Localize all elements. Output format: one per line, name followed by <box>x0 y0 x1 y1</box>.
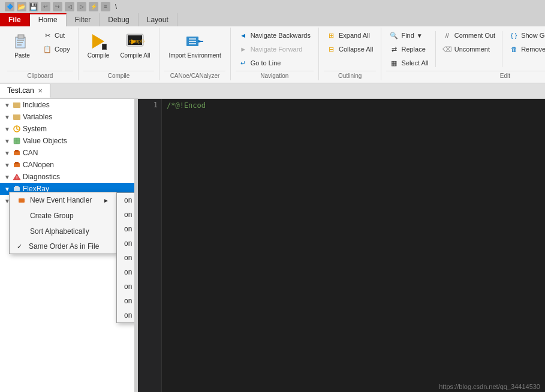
ribbon: File Home Filter Debug Layout <box>0 13 545 83</box>
ctx-new-event-handler[interactable]: New Event Handler ► on frFrame <newFrame… <box>10 192 116 208</box>
forward-nav-icon[interactable]: ▷ <box>77 2 86 11</box>
back-nav-icon[interactable]: ◁ <box>65 2 74 11</box>
copy-button[interactable]: 📋 Copy <box>40 43 73 56</box>
clipboard-label: Clipboard <box>7 71 73 79</box>
svg-rect-2 <box>17 40 24 41</box>
navigate-forward-button[interactable]: ► Navigate Forward <box>236 43 314 56</box>
import-env-button[interactable]: Import Environment <box>164 29 225 62</box>
expand-all-button[interactable]: ⊞ Expand All <box>324 29 376 42</box>
expand-variables-icon: ▼ <box>2 114 12 120</box>
canoe-label: CANoe/CANalyzer <box>164 71 225 79</box>
select-all-icon: ▦ <box>389 58 399 68</box>
can-label: CAN <box>23 149 38 157</box>
diagnostics-icon: ! <box>12 172 22 182</box>
compile-label: Compile <box>88 52 110 59</box>
submenu-frpocstate[interactable]: on frPocState <box>117 294 135 308</box>
tree-node-includes[interactable]: ▼ Includes <box>0 99 134 111</box>
uncomment-icon: ⌫ <box>442 44 452 54</box>
select-all-button[interactable]: ▦ Select All <box>386 56 431 70</box>
nav-content: ◄ Navigate Backwards ► Navigate Forward … <box>236 29 314 70</box>
import-env-label: Import Environment <box>168 52 221 59</box>
replace-icon: ⇄ <box>389 44 399 54</box>
compile-all-button[interactable]: compile Compile All <box>116 29 154 62</box>
svg-rect-7 <box>103 44 106 49</box>
submenu-frnullframe[interactable]: on frNullFrame <newNullFrame> <box>117 251 135 265</box>
svg-rect-3 <box>17 42 23 43</box>
submenu-frframeerror[interactable]: on frFrameError <newFrameError> <box>117 265 135 279</box>
tab-close-icon[interactable]: ✕ <box>38 88 43 94</box>
tab-file[interactable]: File <box>0 13 30 26</box>
navigate-backwards-button[interactable]: ◄ Navigate Backwards <box>236 29 314 42</box>
undo-icon[interactable]: ↩ <box>41 2 50 11</box>
tree-node-value-objects[interactable]: ▼ Value Objects <box>0 135 134 147</box>
svg-rect-28 <box>14 163 20 167</box>
code-editor[interactable]: 1 /*@!Encod https://blog.csdn.net/qq_344… <box>138 99 545 392</box>
save-icon[interactable]: 💾 <box>29 2 38 11</box>
tab-filter[interactable]: Filter <box>67 13 100 26</box>
collapse-all-button[interactable]: ⊟ Collapse All <box>324 43 376 56</box>
group-clipboard: Paste ✂ Cut 📋 Copy Clipboard <box>2 28 79 80</box>
system-icon <box>12 124 22 134</box>
open-folder-icon[interactable]: 📂 <box>17 2 26 11</box>
replace-button[interactable]: ⇄ Replace <box>386 43 431 56</box>
title-bar: 🔷 📂 💾 ↩ ↪ ◁ ▷ ⚡ ≡ \ <box>0 0 545 13</box>
main-area: ▼ Includes ▼ Variables ▼ System ▼ <box>0 99 545 392</box>
tab-testcan[interactable]: Test.can ✕ <box>0 84 50 98</box>
comment-out-icon: // <box>442 31 452 40</box>
edit-content: 🔍 Find ▼ ⇄ Replace ▦ Select All <box>386 29 545 70</box>
ctx-create-group[interactable]: Create Group <box>10 208 116 224</box>
generated-col: { } Show Generated Code 🗑 Remove Old Bro… <box>506 29 545 56</box>
expand-can-icon: ▼ <box>2 150 12 156</box>
redo-icon[interactable]: ↪ <box>53 2 62 11</box>
paste-button[interactable]: Paste <box>7 29 37 62</box>
import-env-icon <box>185 32 204 51</box>
nav-label: Navigation <box>236 71 314 79</box>
nav-col: ◄ Navigate Backwards ► Navigate Forward … <box>236 29 314 70</box>
remove-old-browser-button[interactable]: 🗑 Remove Old Browser Infrormation <box>506 43 545 56</box>
tab-home[interactable]: Home <box>30 13 67 26</box>
submenu-frframe[interactable]: on frFrame <newFrame> <box>117 193 135 207</box>
variables-label: Variables <box>23 113 52 121</box>
tree-node-system[interactable]: ▼ System <box>0 123 134 135</box>
variables-icon <box>12 112 22 122</box>
uncomment-button[interactable]: ⌫ Uncomment <box>439 43 498 56</box>
submenu-frsymbol[interactable]: on frSymbol <box>117 279 135 294</box>
ctx-sort-alphabetically[interactable]: Sort Alphabetically <box>10 224 116 239</box>
submenu-frerror[interactable]: on frError <box>117 308 135 322</box>
value-objects-icon <box>12 136 22 146</box>
comment-out-button[interactable]: // Comment Out <box>439 29 498 42</box>
tree-node-canopen[interactable]: ▼ CANopen <box>0 159 134 171</box>
diagnostics-label: Diagnostics <box>23 173 60 181</box>
group-outlining: ⊞ Expand All ⊟ Collapse All Outlining <box>319 28 381 80</box>
tab-layout[interactable]: Layout <box>138 13 177 26</box>
copy-icon: 📋 <box>43 44 52 54</box>
show-generated-code-button[interactable]: { } Show Generated Code <box>506 29 545 42</box>
submenu-frslot[interactable]: on frSlot <newSlot> <box>117 222 135 236</box>
title-bar-right: \ <box>115 3 117 10</box>
editor-content[interactable]: /*@!Encod <box>162 99 545 392</box>
tab-debug[interactable]: Debug <box>100 13 138 26</box>
compile-title-icon[interactable]: ⚡ <box>89 2 98 11</box>
menu-icon[interactable]: ≡ <box>101 2 110 11</box>
remove-old-browser-icon: 🗑 <box>509 44 519 54</box>
tree-node-can[interactable]: ▼ CAN <box>0 147 134 159</box>
submenu-frpdu[interactable]: on frPDU <newPDU> <box>117 207 135 222</box>
go-to-line-button[interactable]: ↵ Go to Line <box>236 56 314 70</box>
edit-sep1 <box>435 31 436 67</box>
tab-bar: Test.can ✕ <box>0 83 545 99</box>
nav-forward-icon: ► <box>239 44 248 54</box>
submenu-frstartcycle[interactable]: on frStartCycle <newStartCycle> <box>117 236 135 251</box>
find-button[interactable]: 🔍 Find ▼ <box>386 29 431 42</box>
expand-flexray-icon: ▼ <box>2 186 12 192</box>
cut-button[interactable]: ✂ Cut <box>40 29 73 42</box>
paste-icon <box>13 32 32 51</box>
app-icon[interactable]: 🔷 <box>5 2 14 11</box>
svg-rect-1 <box>18 35 24 38</box>
tree-node-diagnostics[interactable]: ▼ ! Diagnostics <box>0 171 134 183</box>
compile-all-label: Compile All <box>120 52 150 59</box>
compile-button[interactable]: Compile <box>83 29 114 62</box>
tree-node-variables[interactable]: ▼ Variables <box>0 111 134 123</box>
ctx-same-order[interactable]: ✓ Same Order As in File <box>10 239 116 254</box>
comment-col: // Comment Out ⌫ Uncomment <box>439 29 498 56</box>
svg-marker-21 <box>13 114 16 116</box>
